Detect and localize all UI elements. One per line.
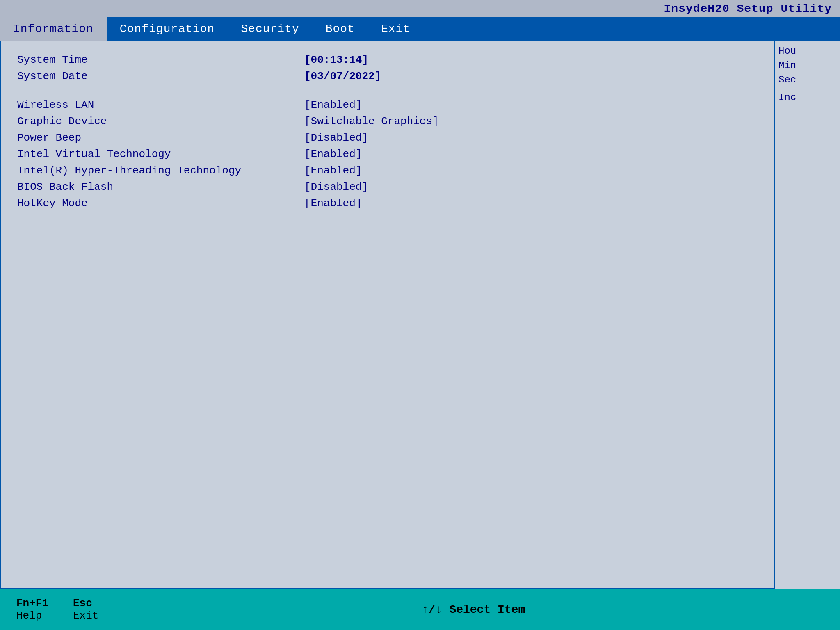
status-help: Fn+F1 Help	[16, 597, 48, 622]
value-graphic-device[interactable]: [Switchable Graphics]	[304, 115, 439, 128]
title-text: InsydeH20 Setup Utility	[664, 2, 832, 15]
value-hyper-threading[interactable]: [Enabled]	[304, 164, 362, 177]
label-bios-back-flash: BIOS Back Flash	[17, 181, 304, 193]
label-intel-vt: Intel Virtual Technology	[17, 148, 304, 160]
value-intel-vt[interactable]: [Enabled]	[304, 148, 362, 160]
label-hotkey-mode: HotKey Mode	[17, 197, 304, 210]
row-power-beep: Power Beep [Disabled]	[17, 132, 757, 144]
menu-bar: Information Configuration Security Boot …	[0, 17, 840, 41]
row-system-date: System Date [03/07/2022]	[17, 70, 757, 82]
row-bios-back-flash: BIOS Back Flash [Disabled]	[17, 181, 757, 193]
label-hyper-threading: Intel(R) Hyper-Threading Technology	[17, 164, 304, 177]
sidebar-line-min: Min	[778, 60, 837, 71]
label-system-time: System Time	[17, 54, 304, 66]
value-system-date[interactable]: [03/07/2022]	[304, 70, 381, 82]
menu-configuration[interactable]: Configuration	[107, 17, 228, 41]
row-intel-vt: Intel Virtual Technology [Enabled]	[17, 148, 757, 160]
status-select-item: ↑/↓ Select Item	[123, 603, 824, 616]
sidebar-line-inc: Inc	[778, 92, 837, 103]
title-bar: InsydeH20 Setup Utility	[0, 0, 840, 17]
label-power-beep: Power Beep	[17, 132, 304, 144]
row-hyper-threading: Intel(R) Hyper-Threading Technology [Ena…	[17, 164, 757, 177]
status-exit-desc: Exit	[73, 609, 98, 622]
right-sidebar: Hou Min Sec Inc	[774, 41, 840, 589]
menu-information[interactable]: Information	[0, 17, 107, 41]
bios-container: InsydeH20 Setup Utility Information Conf…	[0, 0, 840, 630]
label-wireless-lan: Wireless LAN	[17, 99, 304, 111]
value-power-beep[interactable]: [Disabled]	[304, 132, 368, 144]
status-exit: Esc Exit	[73, 597, 98, 622]
status-esc-key: Esc	[73, 597, 92, 609]
main-content: System Time [00:13:14] System Date [03/0…	[0, 41, 840, 589]
sidebar-line-hou: Hou	[778, 46, 837, 57]
center-panel: System Time [00:13:14] System Date [03/0…	[0, 41, 774, 589]
value-wireless-lan[interactable]: [Enabled]	[304, 99, 362, 111]
spacer-1	[17, 87, 757, 99]
row-graphic-device: Graphic Device [Switchable Graphics]	[17, 115, 757, 128]
status-bar: Fn+F1 Help Esc Exit ↑/↓ Select Item	[0, 589, 840, 630]
label-system-date: System Date	[17, 70, 304, 82]
status-help-desc: Help	[16, 609, 42, 622]
value-hotkey-mode[interactable]: [Enabled]	[304, 197, 362, 210]
row-hotkey-mode: HotKey Mode [Enabled]	[17, 197, 757, 210]
label-graphic-device: Graphic Device	[17, 115, 304, 128]
row-system-time: System Time [00:13:14]	[17, 54, 757, 66]
menu-exit[interactable]: Exit	[368, 17, 423, 41]
menu-security[interactable]: Security	[228, 17, 312, 41]
value-system-time[interactable]: [00:13:14]	[304, 54, 368, 66]
sidebar-line-sec: Sec	[778, 74, 837, 85]
value-bios-back-flash[interactable]: [Disabled]	[304, 181, 368, 193]
status-fn-f1-key: Fn+F1	[16, 597, 48, 609]
row-wireless-lan: Wireless LAN [Enabled]	[17, 99, 757, 111]
menu-boot[interactable]: Boot	[313, 17, 368, 41]
